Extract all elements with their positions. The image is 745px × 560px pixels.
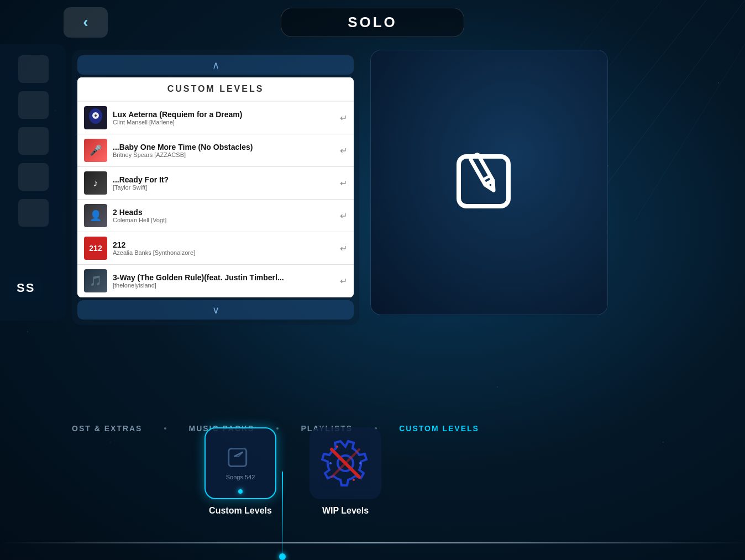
card-wip-levels-icon bbox=[309, 427, 381, 499]
svg-marker-15 bbox=[234, 452, 243, 457]
scroll-down-button[interactable]: ∨ bbox=[77, 300, 354, 320]
song-title: Lux Aeterna (Requiem for a Dream) bbox=[113, 110, 334, 119]
song-item[interactable]: Lux Aeterna (Requiem for a Dream) Clint … bbox=[77, 102, 354, 134]
tab-ost-extras-label: OST & EXTRAS bbox=[72, 424, 142, 433]
glow-dot bbox=[238, 489, 243, 494]
song-item[interactable]: 212 212 Azealia Banks [Synthonalzore] ↵ bbox=[77, 232, 354, 265]
song-scroll-icon: ↵ bbox=[340, 113, 347, 123]
sidebar-item-2[interactable] bbox=[18, 91, 49, 119]
song-title: ...Baby One More Time (No Obstacles) bbox=[113, 143, 334, 151]
song-info: Lux Aeterna (Requiem for a Dream) Clint … bbox=[113, 110, 334, 125]
main-content: ∧ CUSTOM LEVELS Lux Aeterna (Requiem for… bbox=[72, 50, 359, 325]
bottom-cards: Songs 542 Custom Levels bbox=[204, 427, 381, 516]
songs-count: Songs 542 bbox=[226, 447, 255, 480]
svg-point-21 bbox=[336, 446, 338, 448]
song-scroll-icon: ↵ bbox=[340, 211, 347, 221]
song-list-header: CUSTOM LEVELS bbox=[77, 77, 354, 102]
song-artist: Azealia Banks [Synthonalzore] bbox=[113, 249, 334, 256]
sidebar-item-1[interactable] bbox=[18, 55, 49, 83]
bottom-glow-line bbox=[0, 542, 745, 543]
card-wip-levels-label: WIP Levels bbox=[322, 506, 369, 516]
songs-count-label: Songs 542 bbox=[226, 474, 255, 480]
tab-custom-levels-label: CUSTOM LEVELS bbox=[399, 424, 479, 433]
song-artist: Britney Spears [AZZACSB] bbox=[113, 151, 334, 158]
chevron-up-icon: ∧ bbox=[212, 59, 219, 71]
chevron-left-icon: ‹ bbox=[83, 13, 88, 31]
song-info: ...Baby One More Time (No Obstacles) Bri… bbox=[113, 143, 334, 158]
song-item[interactable]: 🎤 ...Baby One More Time (No Obstacles) B… bbox=[77, 134, 354, 167]
title-bar: SOLO bbox=[281, 8, 464, 37]
sidebar-label: SS bbox=[8, 276, 43, 300]
top-bar: ‹ SOLO bbox=[0, 0, 745, 44]
song-item[interactable]: 👤 2 Heads Coleman Hell [Vogt] ↵ bbox=[77, 200, 354, 232]
card-custom-levels-label: Custom Levels bbox=[209, 506, 272, 516]
sidebar-item-3[interactable] bbox=[18, 127, 49, 155]
song-title: 3-Way (The Golden Rule)(feat. Justin Tim… bbox=[113, 273, 334, 282]
card-wip-levels[interactable]: WIP Levels bbox=[309, 427, 381, 516]
svg-rect-13 bbox=[229, 449, 246, 467]
song-thumb: 🎵 bbox=[84, 269, 107, 292]
connector-line bbox=[282, 472, 283, 560]
song-artist: [thelonelyisland] bbox=[113, 282, 334, 289]
song-info: 2 Heads Coleman Hell [Vogt] bbox=[113, 208, 334, 223]
page-title: SOLO bbox=[348, 14, 397, 30]
song-thumb: 🎤 bbox=[84, 139, 107, 162]
song-thumb bbox=[84, 106, 107, 129]
svg-point-19 bbox=[329, 462, 332, 464]
scroll-up-button[interactable]: ∧ bbox=[77, 55, 354, 75]
sidebar-item-4[interactable] bbox=[18, 163, 49, 191]
song-scroll-icon: ↵ bbox=[340, 276, 347, 286]
back-button[interactable]: ‹ bbox=[64, 7, 108, 38]
song-scroll-icon: ↵ bbox=[340, 145, 347, 156]
song-title: ...Ready For It? bbox=[113, 175, 334, 184]
song-thumb: 212 bbox=[84, 237, 107, 260]
song-item[interactable]: ♪ ...Ready For It? [Taylor Swift] ↵ bbox=[77, 167, 354, 200]
song-info: ...Ready For It? [Taylor Swift] bbox=[113, 175, 334, 191]
svg-line-4 bbox=[634, 44, 745, 221]
card-custom-levels-icon: Songs 542 bbox=[204, 427, 276, 499]
song-item[interactable]: 🎵 3-Way (The Golden Rule)(feat. Justin T… bbox=[77, 265, 354, 297]
song-info: 212 Azealia Banks [Synthonalzore] bbox=[113, 240, 334, 256]
song-thumb: 👤 bbox=[84, 204, 107, 227]
song-artist: Clint Mansell [Marlene] bbox=[113, 119, 334, 125]
custom-levels-svg-icon bbox=[227, 447, 254, 472]
svg-line-12 bbox=[482, 176, 490, 180]
svg-point-7 bbox=[95, 114, 97, 117]
song-info: 3-Way (The Golden Rule)(feat. Justin Tim… bbox=[113, 273, 334, 289]
song-list-title: CUSTOM LEVELS bbox=[167, 84, 264, 93]
song-scroll-icon: ↵ bbox=[340, 178, 347, 189]
right-panel bbox=[370, 50, 608, 315]
wip-icon-svg bbox=[321, 438, 370, 488]
edit-icon bbox=[445, 137, 533, 226]
song-artist: Coleman Hell [Vogt] bbox=[113, 217, 334, 223]
svg-point-20 bbox=[359, 462, 361, 464]
song-scroll-icon: ↵ bbox=[340, 243, 347, 254]
song-title: 212 bbox=[113, 240, 334, 249]
chevron-down-icon: ∨ bbox=[212, 304, 219, 316]
song-list-panel: CUSTOM LEVELS Lux Aeterna (Requiem for a… bbox=[77, 77, 354, 297]
nav-separator-1 bbox=[164, 427, 166, 430]
card-custom-levels[interactable]: Songs 542 Custom Levels bbox=[204, 427, 276, 516]
sidebar-item-5[interactable] bbox=[18, 199, 49, 227]
svg-point-22 bbox=[353, 479, 355, 481]
tab-custom-levels[interactable]: CUSTOM LEVELS bbox=[399, 424, 479, 433]
song-artist: [Taylor Swift] bbox=[113, 184, 334, 191]
song-title: 2 Heads bbox=[113, 208, 334, 217]
tab-ost-extras[interactable]: OST & EXTRAS bbox=[72, 424, 142, 433]
song-thumb: ♪ bbox=[84, 171, 107, 195]
edit-icon-container bbox=[445, 137, 533, 228]
song-items-container: Lux Aeterna (Requiem for a Dream) Clint … bbox=[77, 102, 354, 297]
